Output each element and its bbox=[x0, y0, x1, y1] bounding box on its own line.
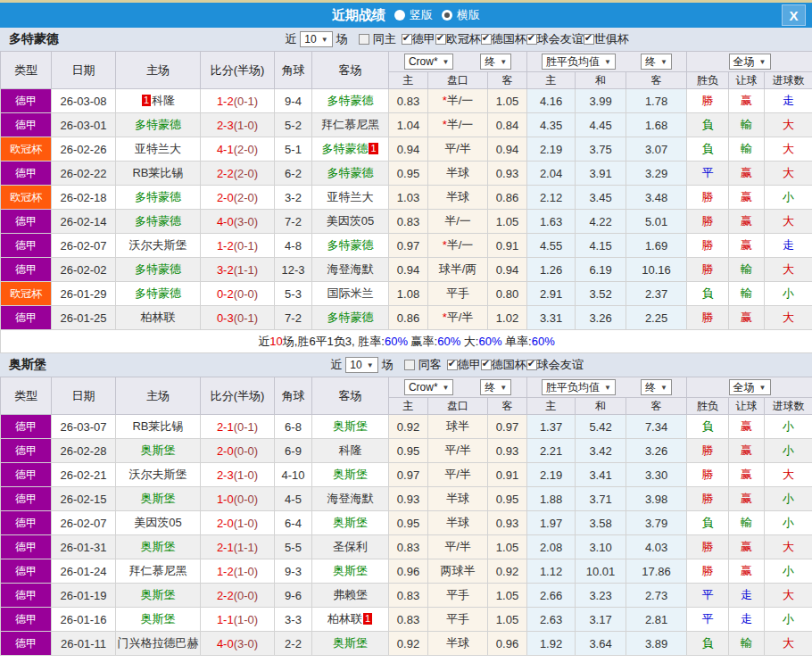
league-filter[interactable]: 世俱杯 bbox=[584, 31, 629, 47]
avg-away: 3.30 bbox=[626, 463, 687, 487]
avg-final-select[interactable]: 终▼ bbox=[641, 379, 672, 395]
team-label: 多特蒙德 bbox=[135, 262, 181, 276]
league-filter[interactable]: 德甲 bbox=[402, 31, 435, 47]
half-time-score: (0-0) bbox=[234, 493, 258, 506]
same-venue-filter[interactable]: 同客 bbox=[404, 357, 442, 373]
match-row: 德甲 26-02-02 多特蒙德 3-2(1-1) 12-3 海登海默 0.94… bbox=[1, 258, 812, 282]
scope-select-value: 全场 bbox=[733, 380, 755, 395]
result-handicap: 赢 bbox=[729, 415, 765, 439]
recent-count-select[interactable]: 10 ▼ bbox=[300, 31, 332, 47]
avg-home: 1.26 bbox=[527, 258, 576, 282]
avg-home: 3.31 bbox=[527, 306, 576, 330]
corner-score: 5-5 bbox=[275, 535, 312, 559]
checkbox-icon[interactable] bbox=[584, 34, 594, 45]
odds-final-select[interactable]: 终▼ bbox=[480, 379, 511, 395]
team-label: RB莱比锡 bbox=[132, 166, 183, 179]
checkbox-icon[interactable] bbox=[481, 34, 492, 45]
layout-option-vertical[interactable]: 竖版 bbox=[394, 7, 433, 23]
league-filter-label: 球会友谊 bbox=[537, 357, 584, 373]
match-row: 德甲 26-01-16 奥斯堡 1-1(1-0) 3-3 柏林联1 0.83 平… bbox=[1, 608, 812, 632]
checkbox-icon[interactable] bbox=[435, 34, 446, 45]
score-cell: 1-2(0-1) bbox=[201, 234, 275, 258]
odds-away: 0.97 bbox=[488, 415, 527, 439]
match-row: 德甲 26-02-21 沃尔夫斯堡 2-3(1-0) 4-10 奥斯堡 0.97… bbox=[1, 463, 812, 487]
team-label: 多特蒙德 bbox=[135, 118, 181, 131]
radio-icon[interactable] bbox=[442, 10, 452, 21]
avg-select[interactable]: 胜平负均值▼ bbox=[542, 54, 616, 70]
away-team: 亚特兰大 bbox=[312, 186, 389, 210]
odds-handicap: *半/一 bbox=[428, 234, 488, 258]
odds-home: 0.83 bbox=[389, 210, 428, 234]
checkbox-icon[interactable] bbox=[526, 34, 537, 45]
same-venue-filter[interactable]: 同主 bbox=[359, 31, 396, 47]
checkbox-icon[interactable] bbox=[359, 34, 369, 45]
recent-summary: 近10场,胜6平1负3, 胜率:60% 赢率:60% 大:60% 单率:60% bbox=[1, 330, 812, 353]
league-filter-label: 德甲 bbox=[412, 31, 435, 47]
result-group-header: 全场▼ bbox=[687, 52, 812, 72]
league-filter[interactable]: 球会友谊 bbox=[526, 31, 584, 47]
result-winlose: 平 bbox=[687, 584, 729, 608]
avg-away: 3.79 bbox=[626, 511, 687, 535]
odds-final-select[interactable]: 终▼ bbox=[480, 54, 511, 70]
corner-score: 6-9 bbox=[275, 439, 312, 463]
match-row: 德甲 26-02-28 奥斯堡 2-0(0-0) 6-9 科隆 0.95 平/半… bbox=[1, 439, 812, 463]
league-filter[interactable]: 德甲 bbox=[447, 357, 481, 373]
checkbox-icon[interactable] bbox=[404, 360, 415, 370]
odds-company-select[interactable]: Crow*▼ bbox=[404, 54, 454, 70]
odds-handicap: 平手 bbox=[428, 282, 488, 306]
half-time-score: (0-0) bbox=[234, 444, 258, 458]
home-team: 多特蒙德 bbox=[116, 258, 201, 282]
odds-away: 0.92 bbox=[488, 559, 527, 584]
avg-draw: 4.22 bbox=[576, 210, 626, 234]
result-winlose: 勝 bbox=[687, 258, 729, 282]
checkbox-icon[interactable] bbox=[447, 360, 458, 370]
avg-home: 2.63 bbox=[527, 608, 576, 632]
match-date: 26-02-21 bbox=[52, 463, 116, 487]
league-filter[interactable]: 球会友谊 bbox=[526, 357, 584, 373]
league-filter[interactable]: 欧冠杯 bbox=[435, 31, 481, 47]
match-row: 德甲 26-02-15 奥斯堡 1-0(0-0) 4-5 海登海默 0.93 半… bbox=[1, 487, 812, 511]
full-time-score: 0-2 bbox=[217, 287, 234, 301]
corner-score: 6-2 bbox=[275, 162, 312, 186]
team-label: 多特蒙德 bbox=[321, 142, 368, 155]
result-handicap: 赢 bbox=[729, 210, 765, 234]
league-filter[interactable]: 德国杯 bbox=[481, 357, 526, 373]
odds-home: 0.86 bbox=[389, 306, 428, 330]
odds-home: 1.03 bbox=[389, 186, 428, 210]
avg-away: 4.03 bbox=[626, 535, 687, 559]
result-handicap: 赢 bbox=[729, 559, 765, 584]
team-name: 奥斯堡 bbox=[9, 357, 46, 373]
result-goals: 小 bbox=[765, 511, 812, 535]
away-team: 美因茨05 bbox=[312, 210, 389, 234]
recent-count-select[interactable]: 10 ▼ bbox=[345, 357, 377, 373]
layout-option-horizontal[interactable]: 横版 bbox=[442, 7, 480, 23]
avg-final-select[interactable]: 终▼ bbox=[641, 54, 672, 70]
match-date: 26-02-18 bbox=[52, 186, 116, 210]
radio-icon[interactable] bbox=[394, 10, 405, 21]
avg-draw: 3.17 bbox=[576, 608, 626, 632]
odds-company-select[interactable]: Crow*▼ bbox=[404, 379, 454, 395]
avg-home: 4.35 bbox=[527, 113, 576, 137]
checkbox-icon[interactable] bbox=[526, 360, 537, 370]
away-team: 柏林联1 bbox=[312, 608, 389, 632]
result-goals: 大 bbox=[765, 137, 812, 162]
sub-col-header: 胜负 bbox=[687, 398, 729, 415]
result-handicap: 輸 bbox=[729, 511, 765, 535]
checkbox-icon[interactable] bbox=[481, 360, 492, 370]
checkbox-icon[interactable] bbox=[402, 34, 412, 45]
away-team: 弗赖堡 bbox=[312, 584, 389, 608]
scope-select[interactable]: 全场▼ bbox=[729, 379, 771, 395]
home-team: 奥斯堡 bbox=[116, 608, 201, 632]
league-filter[interactable]: 德国杯 bbox=[481, 31, 526, 47]
match-date: 26-01-31 bbox=[52, 535, 116, 559]
half-time-score: (1-0) bbox=[234, 613, 258, 626]
scope-select[interactable]: 全场▼ bbox=[729, 54, 771, 70]
corner-score: 3-2 bbox=[275, 186, 312, 210]
avg-select[interactable]: 胜平负均值▼ bbox=[542, 379, 616, 395]
score-cell: 2-2(2-0) bbox=[201, 162, 275, 186]
league-badge: 德甲 bbox=[1, 559, 52, 584]
close-button[interactable]: X bbox=[782, 4, 806, 26]
league-badge: 德甲 bbox=[1, 535, 52, 559]
match-date: 26-02-28 bbox=[52, 439, 116, 463]
result-handicap: 輸 bbox=[729, 137, 765, 162]
